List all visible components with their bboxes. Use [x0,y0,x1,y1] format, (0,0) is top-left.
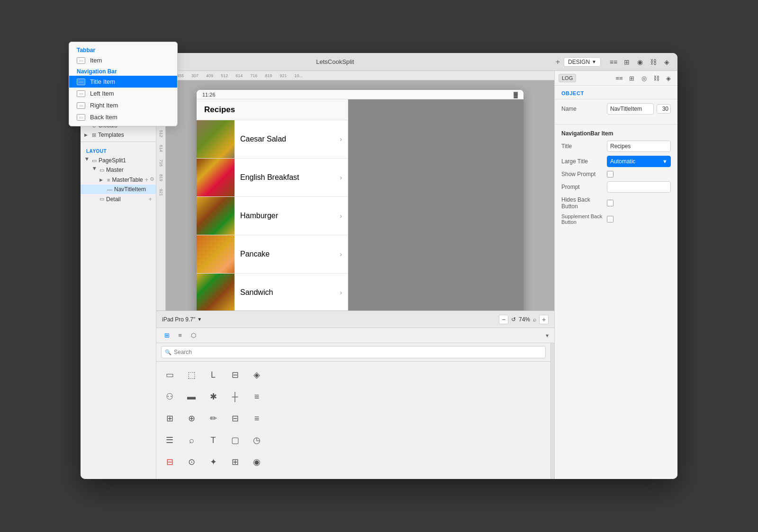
name-value: NavTitleItem [607,103,654,115]
widget-label[interactable]: L [203,364,224,385]
device-selector[interactable]: iPad Pro 9.7" ▼ [162,316,202,323]
zoom-reset-icon[interactable]: ↺ [511,316,516,323]
panel-tab-grid-icon[interactable]: ⊞ [162,331,171,340]
dropdown-titleitem[interactable]: — Title Item [81,76,156,88]
ruler-mark-5: 512 [217,73,232,78]
dropdown-backitem[interactable]: ▭ Back Item [81,111,156,123]
link-icon[interactable]: ⛓ [648,57,659,67]
dropdown-rightitem[interactable]: ▭ Right Item [81,99,156,111]
title-value[interactable]: Recipes [607,141,671,152]
widget-red-1[interactable]: ⊟ [159,452,180,472]
widget-lines[interactable]: ≡ [246,386,267,407]
widget-view[interactable]: ▭ [159,364,180,385]
widget-text[interactable]: T [203,430,224,451]
largetitle-select[interactable]: Automatic ▼ [607,156,671,167]
sidebar-item-master[interactable]: ▶ ▭ Master + [81,165,156,175]
panel-tab-shapes-icon[interactable]: ⬡ [189,331,198,340]
widget-grid2[interactable]: ⊞ [225,452,245,472]
zoom-in-button[interactable]: + [539,315,549,324]
frame-icon[interactable]: ⊞ [622,57,632,67]
sidebar-item-pagesplit[interactable]: ▶ ▭ PageSplit1 [81,156,156,165]
widget-dashed[interactable]: ⬚ [181,364,202,385]
rp-frame-icon[interactable]: ⊞ [626,73,637,83]
list-item-name: Pancake [240,250,270,258]
search-input[interactable] [161,346,546,358]
chevron-right-icon2: ▶ [84,133,90,137]
widget-asterisk[interactable]: ✱ [203,386,224,407]
title-field: Title Recipes [561,141,671,152]
main-window: LetsCookSplit + DESIGN ▼ ≡≡ ⊞ ◉ ⛓ ◈ PROJ… [81,53,677,479]
title-text: Recipes [610,143,631,150]
sidebar-item-navtitleitem[interactable]: — NavTitleItem [81,185,156,194]
list-item[interactable]: Pancake › [197,235,348,274]
widget-grid-cell[interactable]: ⊞ [159,408,180,429]
widget-search-cell[interactable]: ⌕ [181,430,202,451]
rp-link-icon[interactable]: ⛓ [651,73,661,83]
list-item[interactable]: English Breakfast › [197,159,348,197]
design-button[interactable]: DESIGN ▼ [564,57,601,67]
canvas-content[interactable]: 11:26 ▓ Recipes [166,80,554,310]
scrollbar[interactable] [550,343,554,479]
widget-cam[interactable]: ⊟ [181,473,202,479]
list-item[interactable]: Hamburger › [197,197,348,235]
panel-tab-list-icon[interactable]: ≡ [175,331,185,340]
widget-circle[interactable]: ⊙ [181,452,202,472]
ruler-mark-8: 819 [261,73,276,78]
log-button[interactable]: LOG [559,74,576,82]
sidebar-item-mastertable[interactable]: ▶ ≡ MasterTable + ⚙ [81,175,156,185]
dropdown-leftitem[interactable]: ▭ Left Item [81,88,156,99]
rp-shield-icon[interactable]: ◎ [639,73,649,83]
prompt-input[interactable] [607,181,671,193]
supplementback-checkbox[interactable] [607,216,614,222]
hidesback-label: Hides Back Button [561,196,604,210]
list-item[interactable]: Sandwich › [197,274,348,310]
sidebar-item-detail[interactable]: ▭ Detail + [81,194,156,204]
widget-row: ▧ ⊟ ⊙ ✂ ⟦ [159,473,548,479]
widget-cross[interactable]: ┼ [225,386,245,407]
widget-control[interactable]: ◈ [246,364,267,385]
list-item[interactable]: Caesar Salad › [197,120,348,159]
widget-bracket[interactable]: ⟦ [246,473,267,479]
ipad-list[interactable]: Caesar Salad › English Breakfast [197,120,348,310]
widget-indent[interactable]: ≡ [246,408,267,429]
zoom-search-icon[interactable]: ⌕ [533,316,536,323]
title-label: Title [561,143,604,150]
widget-slider[interactable]: ▬ [181,386,202,407]
widget-star[interactable]: ✦ [203,452,224,472]
plus-icon[interactable]: + [556,58,560,66]
mastertable-add-icon[interactable]: + [145,176,149,183]
detail-label: Detail [106,196,121,203]
widget-menu[interactable]: ☰ [159,430,180,451]
rp-eye-icon[interactable]: ◈ [663,73,674,83]
widget-minus[interactable]: ⊟ [225,408,245,429]
mastertable-label: MasterTable [112,177,143,183]
mastertable-settings-icon[interactable]: ⚙ [150,176,154,183]
widget-scissors[interactable]: ✂ [225,473,245,479]
ruler-horizontal: 102 455 307 409 512 614 716 819 921 10..… [156,71,554,80]
bottom-panel-body: 🔍 ▭ ⬚ L ⊟ ◈ [156,343,554,479]
widget-bullet[interactable]: ◉ [246,452,267,472]
panel-collapse-button[interactable]: ▾ [546,332,549,339]
widget-plus[interactable]: ⊕ [181,408,202,429]
widget-gesture[interactable]: ⚇ [159,386,180,407]
sidebar-item-templates[interactable]: ▶ ⊞ Templates [81,130,156,140]
name-text: NavTitleItem [610,106,642,112]
rp-hierarchy-icon[interactable]: ≡≡ [614,73,624,83]
preview-icon[interactable]: ◉ [635,57,645,67]
detail-add-icon[interactable]: + [148,195,152,203]
zoom-out-button[interactable]: − [499,315,508,324]
widget-linked[interactable]: ⊟ [225,364,245,385]
widget-clock[interactable]: ◷ [246,430,267,451]
object-header: OBJECT [555,86,677,99]
center-right-area: 102 455 307 409 512 614 716 819 921 10..… [156,71,554,479]
hidesback-checkbox[interactable] [607,200,614,206]
widget-pencil[interactable]: ✏ [203,408,224,429]
hierarchy-icon[interactable]: ≡≡ [608,57,619,67]
widget-col[interactable]: ▧ [159,473,180,479]
widget-square[interactable]: ▢ [225,430,245,451]
widget-monitor[interactable]: ⊙ [203,473,224,479]
ruler-mark-10: 10... [290,73,307,78]
showprompt-checkbox[interactable] [607,171,614,177]
ruler-v-5: 614 [159,141,163,156]
eye-icon[interactable]: ◈ [661,57,672,67]
